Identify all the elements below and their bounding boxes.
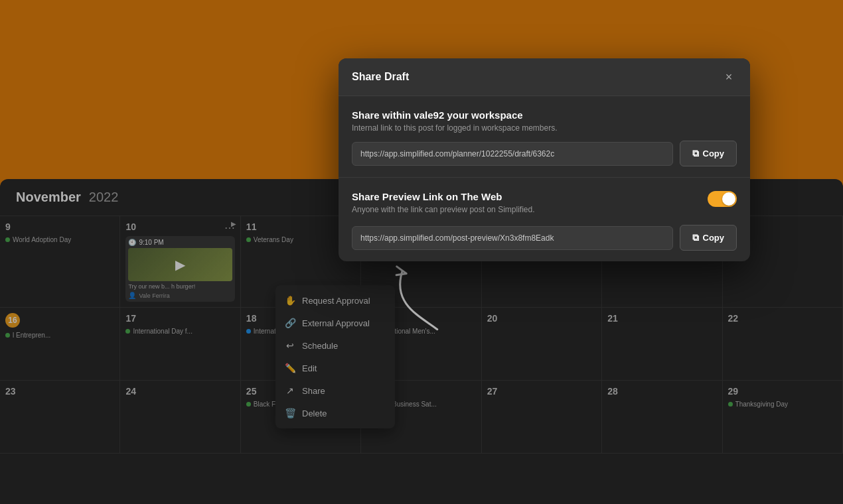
workspace-copy-button[interactable]: ⧉ Copy	[680, 141, 737, 166]
modal-section-web: Share Preview Link on The Web Anyone wit…	[339, 178, 750, 261]
web-link-input[interactable]: https://app.simplified.com/post-preview/…	[352, 226, 673, 250]
modal-header: Share Draft ×	[339, 58, 750, 96]
modal-close-button[interactable]: ×	[721, 69, 737, 85]
web-section-title: Share Preview Link on The Web	[352, 191, 534, 202]
toggle-knob	[722, 192, 735, 206]
workspace-link-input[interactable]: https://app.simplified.com/planner/10222…	[352, 142, 673, 166]
modal-section-workspace: Share within vale92 your workspace Inter…	[339, 96, 750, 178]
copy-label: Copy	[703, 149, 725, 158]
web-section-titles: Share Preview Link on The Web Anyone wit…	[352, 191, 534, 222]
copy-icon: ⧉	[692, 148, 699, 159]
workspace-section-desc: Internal link to this post for logged in…	[352, 123, 737, 133]
web-copy-button[interactable]: ⧉ Copy	[680, 225, 737, 251]
modal-title: Share Draft	[352, 71, 409, 83]
workspace-section-title: Share within vale92 your workspace	[352, 109, 737, 121]
share-draft-modal: Share Draft × Share within vale92 your w…	[339, 58, 750, 261]
web-section-desc: Anyone with the link can preview post on…	[352, 205, 534, 214]
web-section-header-row: Share Preview Link on The Web Anyone wit…	[352, 191, 737, 222]
workspace-link-row: https://app.simplified.com/planner/10222…	[352, 141, 737, 166]
copy-icon: ⧉	[692, 232, 699, 243]
web-link-row: https://app.simplified.com/post-preview/…	[352, 225, 737, 251]
web-preview-toggle[interactable]	[708, 191, 737, 207]
copy-label: Copy	[703, 233, 725, 243]
